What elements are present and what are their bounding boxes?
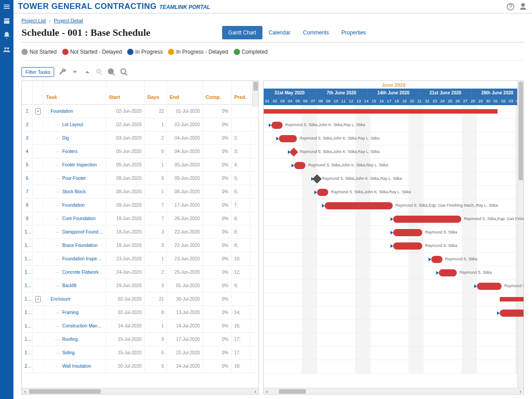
legend-completed: Completed [234,49,268,55]
gantt-bar[interactable] [393,242,422,250]
zoom-out-icon[interactable] [107,68,116,76]
grid-hscroll[interactable]: ‹ › [22,388,258,394]
toolbar: Filter Tasks [21,67,524,77]
brand: Tower General Contracting TeamLink Porta… [18,2,210,11]
gantt-parent-bar[interactable] [264,109,498,114]
brand-main: Tower General Contracting [18,2,157,11]
breadcrumb-sep: › [49,18,51,23]
gantt-bar[interactable] [279,135,297,142]
tab-properties[interactable]: Properties [335,26,373,39]
scroll-left-icon[interactable]: ‹ [22,388,28,395]
col-task[interactable]: Task [43,81,106,104]
gantt-bar-label: Raymond S. Stika [459,270,492,275]
nav-projects-icon[interactable] [3,17,11,25]
gantt-bar-label: Raymond S. Stika,John K. Stika,Ray L. St… [308,163,388,167]
table-row[interactable]: 8—Foundation09-Jun-2020717-Jun-20200%7; [22,199,258,212]
breadcrumb-project-detail[interactable]: Project Detail [54,18,83,23]
legend-in-progress: In Progress [127,49,163,55]
gantt-body[interactable]: Raymond S. Stika,John K. Stika,Ray L. St… [264,105,523,388]
legend-in-progress-delayed: In Progress - Delayed [168,49,228,55]
tab-calendar[interactable]: Calendar [262,26,297,39]
brand-sub: TeamLink Portal [159,4,210,10]
nav-alerts-icon[interactable] [3,31,11,39]
leftnav [0,13,13,399]
help-icon[interactable] [506,2,515,11]
gantt-month: June 2020 [264,81,523,89]
table-row[interactable]: 13—Concrete Flatwork24-Jun-2020225-Jun-2… [22,266,258,279]
gantt-bar-label: Raymond S. Stika,Eqp: Gas Finishing Mach… [464,216,523,221]
gantt-scroll-right-icon[interactable]: › [517,388,523,395]
zoom-in-icon[interactable] [95,68,103,76]
table-row[interactable]: 12—Foundation Inspection23-Jun-2020123-J… [22,252,258,266]
table-row[interactable]: 18—Roofing15-Jul-2020317-Jul-20200%17; [22,333,258,346]
gantt-bar[interactable] [477,283,502,290]
table-row[interactable]: 17—Construction Manager ...14-Jul-202011… [22,319,258,333]
gantt-bar-label: Raymond S. Stika,John K. Stika,Ray L. St… [322,176,402,181]
table-row[interactable]: 9—Cure Foundation18-Jun-2020726-Jun-2020… [22,212,258,225]
tab-comments[interactable]: Comments [297,26,335,39]
nav-team-icon[interactable] [3,46,11,54]
user-icon[interactable] [519,2,528,11]
hamburger-icon [3,3,11,11]
breadcrumb: Project List › Project Detail [21,18,524,23]
gantt-bar-label: Raymond S. Stika,John K. Stika,Ray L. St… [300,136,380,140]
gantt-hscroll[interactable]: ‹ › [264,388,523,394]
scroll-right-icon[interactable]: › [252,388,258,395]
gantt-bar[interactable] [393,216,461,223]
table-row[interactable]: 3—Dig03-Jun-2020204-Jun-20200%2; [22,132,258,145]
table-row[interactable]: 16—Framing02-Jul-2020813-Jul-20200%14; [22,306,258,319]
gantt-bar-label: Raymond S. Stika,Eqp: Gas Finishing Mach… [395,203,498,208]
col-end[interactable]: End [167,81,203,104]
gantt-bar[interactable] [500,310,523,317]
chevron-down-icon[interactable] [70,68,79,76]
table-row[interactable]: 5—Footer Inspection05-Jun-2020105-Jun-20… [22,158,258,172]
gantt-bar[interactable] [439,269,457,276]
gantt-weeks: 31st May 20207th June 202014th June 2020… [264,89,523,97]
gantt-wrap: Task Start Days End Comp. Pred. 1Foundat… [21,81,524,395]
legend-not-started-delayed: Not Started - Delayed [62,49,122,55]
table-row[interactable]: 19—Siding15-Jul-2020622-Jul-20200%17; [22,346,258,360]
col-days[interactable]: Days [145,81,167,104]
gantt-bar[interactable] [317,189,328,196]
titlebar: Schedule - 001 : Base Schedule Gantt Cha… [21,26,524,42]
expand-toggle[interactable] [35,296,41,302]
filter-tasks-button[interactable]: Filter Tasks [21,67,54,77]
gantt-parent-bar[interactable] [500,297,523,301]
legend: Not Started Not Started - Delayed In Pro… [21,46,524,61]
table-row[interactable]: 2—Lot Layout02-Jun-2020102-Jun-20200% [22,118,258,132]
table-row[interactable]: 11—Brace Foundation18-Jun-2020322-Jun-20… [22,239,258,252]
legend-not-started: Not Started [21,49,57,55]
col-comp[interactable]: Comp. [203,81,232,104]
table-row[interactable]: 10—Dampproof Foundation18-Jun-2020322-Ju… [22,225,258,239]
chevron-down-icon [36,109,40,114]
table-row[interactable]: 4—Footers05-Jun-2020004-Jun-20200%3; [22,145,258,158]
gantt-bar[interactable] [294,162,305,169]
table-row[interactable]: 7—Stock Block08-Jun-2020108-Jun-20200%6; [22,185,258,199]
chevron-down-icon [36,297,40,301]
col-pred[interactable]: Pred. [232,81,250,104]
gantt-bar[interactable] [271,122,283,129]
gantt-bar[interactable] [325,202,393,209]
gantt-vscroll[interactable] [517,81,523,388]
grid-body[interactable]: 1Foundation02-Jun-20202201-Jul-20200%2—L… [22,105,258,388]
wrench-icon[interactable] [58,68,67,76]
search-icon[interactable] [120,68,129,76]
tab-gantt[interactable]: Gantt Chart [222,26,262,39]
chevron-up-icon[interactable] [83,68,92,76]
tabs: Gantt Chart Calendar Comments Properties [222,26,372,39]
gantt-bar[interactable] [393,229,422,236]
table-row[interactable]: 6—Pour Footer08-Jun-2020005-Jun-20200%5; [22,172,258,185]
table-row[interactable]: 1Foundation02-Jun-20202201-Jul-20200% [22,105,258,118]
breadcrumb-project-list[interactable]: Project List [21,18,46,23]
gantt-bar-label: Raymond S. Stika [425,243,457,248]
gantt-bar-label: Raymond S. Stika [425,230,457,234]
table-row[interactable]: 15Enclosure02-Jul-20202130-Jul-20200% [22,293,258,306]
table-row[interactable]: 14—Backfill29-Jun-2020301-Jul-20200%9; [22,279,258,293]
grid-header: Task Start Days End Comp. Pred. [22,81,258,105]
gantt-scroll-left-icon[interactable]: ‹ [264,388,270,395]
col-start[interactable]: Start [106,81,145,104]
expand-toggle[interactable] [35,108,41,115]
gantt-bar[interactable] [431,256,442,263]
hamburger-menu[interactable] [0,0,13,13]
table-row[interactable]: 20—Wall Insulation20-Jul-2020524-Jul-202… [22,360,258,373]
